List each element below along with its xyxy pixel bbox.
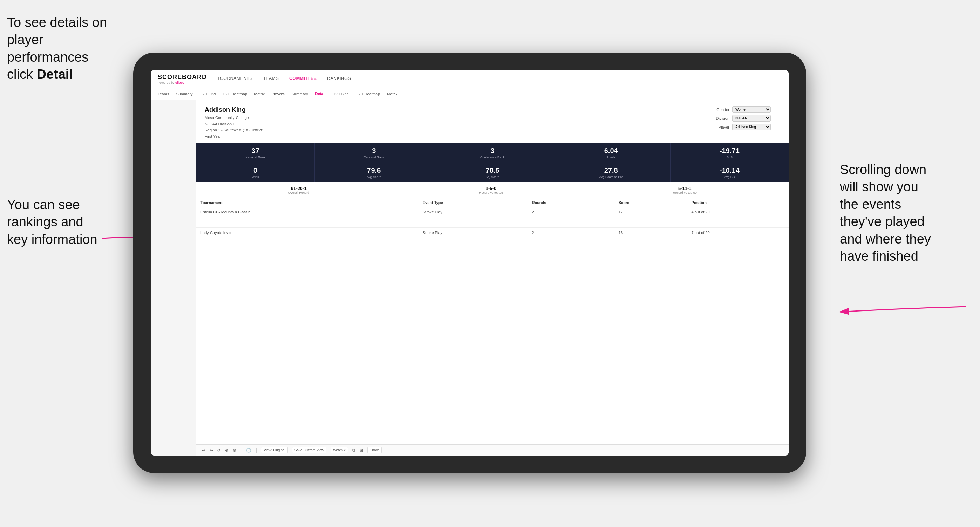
stat-regional-rank: 3 Regional Rank [315,143,433,163]
col-score: Score [614,198,687,207]
player-name: Addison King [205,106,262,114]
cell-rounds: 2 [528,228,614,238]
cell-position: 4 out of 20 [687,207,789,217]
content-area: Addison King Mesa Community College NJCA… [151,100,789,456]
subnav-h2h-grid2[interactable]: H2H Grid [332,91,349,97]
filter-gender-select[interactable]: Women [732,106,771,113]
tournament-table: Tournament Event Type Rounds Score Posit… [196,198,789,444]
record-overall: 91-20-1 Overall Record [288,186,309,194]
subnav-summary2[interactable]: Summary [292,91,308,97]
subnav-summary[interactable]: Summary [176,91,192,97]
top-nav: SCOREBOARD Powered by clippd TOURNAMENTS… [151,70,789,88]
cell-score: 17 [614,207,687,217]
player-year: First Year [205,133,262,140]
subnav-detail[interactable]: Detail [315,90,326,97]
col-event-type: Event Type [418,198,528,207]
stats-row-1: 37 National Rank 3 Regional Rank 3 Confe… [196,143,789,163]
col-position: Position [687,198,789,207]
undo-icon[interactable]: ↩ [202,448,205,453]
subnav-h2h-heatmap[interactable]: H2H Heatmap [223,91,247,97]
stat-sos: -19.71 SoS [670,143,789,163]
bottom-toolbar: ↩ ↪ ⟳ ⊕ ⊖ | 🕐 | View: Original Save Cust… [196,444,789,456]
filter-player-row: Player Addison King [710,124,780,130]
subnav-matrix2[interactable]: Matrix [387,91,398,97]
col-tournament: Tournament [196,198,418,207]
watch-button[interactable]: Watch ▾ [331,447,348,453]
clock-icon[interactable]: 🕐 [246,448,251,453]
tablet-screen: SCOREBOARD Powered by clippd TOURNAMENTS… [151,70,789,456]
stat-conference-rank: 3 Conference Rank [433,143,552,163]
stat-avg-score: 79.6 Avg Score [315,163,433,182]
stat-adj-score: 78.5 Adj Score [433,163,552,182]
minus-icon[interactable]: ⊖ [233,448,236,453]
cell-tournament: Estella CC- Mountain Classic [196,207,418,217]
logo-scoreboard: SCOREBOARD [158,74,207,81]
cell-event-type: Stroke Play [418,207,528,217]
col-rounds: Rounds [528,198,614,207]
filter-player-select[interactable]: Addison King [732,124,771,130]
stats-row-2: 0 Wins 79.6 Avg Score 78.5 Adj Score 27.… [196,163,789,182]
subnav-matrix[interactable]: Matrix [254,91,265,97]
stat-wins: 0 Wins [196,163,315,182]
table-row[interactable]: Lady Coyote Invite Stroke Play 2 16 7 ou… [196,228,789,238]
filter-gender-label: Gender [710,108,729,112]
cell-tournament: Lady Coyote Invite [196,228,418,238]
table-row[interactable]: Estella CC- Mountain Classic Stroke Play… [196,207,789,217]
tablet: SCOREBOARD Powered by clippd TOURNAMENTS… [133,52,806,473]
filter-division-label: Division [710,116,729,121]
nav-rankings[interactable]: RANKINGS [327,76,351,83]
cell-event-type: Stroke Play [418,228,528,238]
zoom-icon[interactable]: ⊕ [225,448,229,453]
records-row: 91-20-1 Overall Record 1-5-0 Record vs t… [196,182,789,198]
player-info: Addison King Mesa Community College NJCA… [205,106,262,140]
separator-2: | [256,447,257,453]
logo-area: SCOREBOARD Powered by clippd [158,74,207,84]
player-filters: Gender Women Division NJCAA I [710,106,780,140]
left-sidebar [151,100,196,456]
screen-icon[interactable]: ⧉ [352,448,355,453]
grid-icon[interactable]: ⊞ [360,448,363,453]
stat-points: 6.04 Points [552,143,670,163]
cell-score: 16 [614,228,687,238]
stat-avg-score-par: 27.8 Avg Score to Par [552,163,670,182]
sub-nav: Teams Summary H2H Grid H2H Heatmap Matri… [151,88,789,100]
nav-teams[interactable]: TEAMS [263,76,278,83]
record-top25: 1-5-0 Record vs top 25 [479,186,503,194]
annotation-right: Scrolling down will show you the events … [840,161,973,265]
record-top50: 5-11-1 Record vs top 50 [673,186,697,194]
redo-icon[interactable]: ↪ [210,448,213,453]
nav-committee[interactable]: COMMITTEE [289,76,317,83]
share-button[interactable]: Share [368,447,382,453]
annotation-top-left: To see details on player performances cl… [7,14,126,83]
filter-gender-row: Gender Women [710,106,780,113]
subnav-players[interactable]: Players [272,91,285,97]
annotation-bottom-left: You can see rankings and key information [7,196,126,248]
refresh-icon[interactable]: ⟳ [217,448,221,453]
top-nav-items: TOURNAMENTS TEAMS COMMITTEE RANKINGS [217,76,351,83]
player-college: Mesa Community College [205,115,262,121]
player-division: NJCAA Division 1 [205,121,262,127]
stat-national-rank: 37 National Rank [196,143,315,163]
save-custom-view-button[interactable]: Save Custom View [292,447,326,453]
nav-tournaments[interactable]: TOURNAMENTS [217,76,252,83]
player-region: Region 1 - Southwest (18) District [205,127,262,133]
filter-division-select[interactable]: NJCAA I [732,115,771,122]
stat-avg-sg: -10.14 Avg SG [670,163,789,182]
subnav-h2h-grid[interactable]: H2H Grid [199,91,216,97]
main-content: Addison King Mesa Community College NJCA… [196,100,789,456]
cell-position: 7 out of 20 [687,228,789,238]
filter-player-label: Player [710,125,729,129]
filter-division-row: Division NJCAA I [710,115,780,122]
logo-powered: Powered by clippd [158,81,207,84]
table-row[interactable] [196,217,789,228]
subnav-h2h-heatmap2[interactable]: H2H Heatmap [356,91,380,97]
player-detail-header: Addison King Mesa Community College NJCA… [196,100,789,143]
cell-rounds: 2 [528,207,614,217]
separator-1: | [240,447,242,453]
view-original-button[interactable]: View: Original [261,447,288,453]
subnav-teams[interactable]: Teams [158,91,169,97]
arrow-events [798,287,973,329]
